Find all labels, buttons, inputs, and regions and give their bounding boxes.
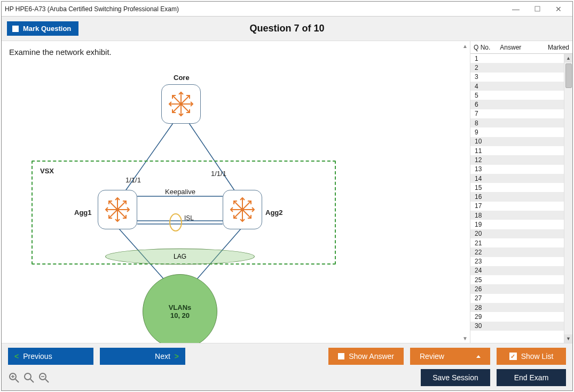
question-counter: Question 7 of 10	[2, 23, 572, 34]
svg-line-33	[234, 210, 242, 218]
checkbox-checked-icon: ✓	[509, 353, 517, 360]
svg-line-32	[242, 201, 251, 210]
close-button[interactable]: ✕	[548, 2, 569, 16]
review-dropdown[interactable]: Review	[410, 348, 490, 365]
svg-line-14	[181, 95, 190, 104]
question-row[interactable]: 7	[470, 109, 572, 118]
previous-label: Previous	[23, 352, 52, 361]
question-row[interactable]: 29	[470, 312, 572, 321]
question-row[interactable]: 3	[470, 73, 572, 82]
question-list-scrollbar[interactable]: ▲ ▼	[564, 54, 572, 343]
question-row[interactable]: 16	[470, 192, 572, 201]
question-row[interactable]: 5	[470, 91, 572, 100]
question-row[interactable]: 8	[470, 118, 572, 127]
agg2-label: Agg2	[265, 209, 283, 217]
question-list-header: Q No. Answer Marked	[470, 41, 572, 54]
isl-label: ISL	[184, 214, 194, 222]
svg-line-13	[172, 95, 181, 104]
svg-rect-0	[535, 6, 540, 11]
question-row[interactable]: 14	[470, 174, 572, 183]
checkbox-empty-icon	[12, 26, 19, 32]
network-exhibit: VSX Core	[9, 62, 351, 313]
question-prompt: Examine the network exhibit.	[9, 47, 462, 57]
col-answer: Answer	[500, 44, 521, 51]
end-exam-button[interactable]: End Exam	[497, 369, 566, 386]
scroll-up-icon[interactable]: ▲	[461, 42, 469, 50]
question-row[interactable]: 20	[470, 229, 572, 238]
show-answer-label: Show Answer	[349, 352, 394, 361]
question-list-wrap: 1234567891011121314151617181920212223242…	[470, 54, 572, 343]
footer-row-1: < Previous Next > Show Answer Review ✓ S…	[8, 348, 566, 365]
question-row[interactable]: 4	[470, 82, 572, 91]
question-row[interactable]: 27	[470, 294, 572, 303]
footer: < Previous Next > Show Answer Review ✓ S…	[2, 343, 572, 390]
question-row[interactable]: 22	[470, 247, 572, 257]
app-window: HP HPE6-A73 (Aruba Certified Switching P…	[1, 1, 573, 391]
zoom-out-icon[interactable]	[38, 372, 50, 383]
col-marked: Marked	[548, 44, 569, 51]
vlans-label-2: 10, 20	[170, 311, 190, 319]
question-row[interactable]: 24	[470, 266, 572, 275]
scroll-up-arrow-icon[interactable]: ▲	[564, 54, 572, 62]
window-controls: — ✕	[505, 2, 569, 16]
core-switch-icon	[161, 84, 201, 124]
svg-point-39	[25, 373, 31, 380]
port-left-label: 1/1/1	[125, 176, 141, 184]
svg-line-24	[109, 210, 117, 218]
previous-button[interactable]: < Previous	[8, 348, 93, 365]
triangle-up-icon	[476, 355, 481, 358]
agg2-switch-icon	[223, 190, 262, 229]
title-bar: HP HPE6-A73 (Aruba Certified Switching P…	[2, 2, 572, 17]
question-row[interactable]: 9	[470, 127, 572, 137]
svg-line-16	[181, 104, 190, 113]
main-area: ▲ ▼ Examine the network exhibit.	[2, 41, 572, 343]
question-row[interactable]: 26	[470, 284, 572, 293]
save-session-button[interactable]: Save Session	[421, 369, 490, 386]
question-row[interactable]: 10	[470, 137, 572, 146]
question-row[interactable]: 30	[470, 322, 572, 331]
question-row[interactable]: 11	[470, 146, 572, 155]
agg1-switch-icon	[98, 190, 137, 229]
question-row[interactable]: 17	[470, 202, 572, 211]
vsx-label: VSX	[40, 167, 54, 175]
header-row: Mark Question Question 7 of 10	[2, 17, 572, 41]
question-row[interactable]: 21	[470, 238, 572, 247]
chevron-right-icon: >	[175, 352, 179, 361]
question-row[interactable]: 23	[470, 257, 572, 266]
question-row[interactable]: 15	[470, 183, 572, 192]
end-exam-label: End Exam	[514, 373, 549, 382]
port-right-label: 1/1/1	[211, 170, 226, 178]
checkbox-empty-icon	[338, 353, 344, 359]
question-list[interactable]: 1234567891011121314151617181920212223242…	[470, 54, 572, 343]
zoom-in-icon[interactable]	[8, 372, 20, 383]
question-list-panel: Q No. Answer Marked 12345678910111213141…	[470, 41, 572, 343]
scroll-thumb[interactable]	[565, 63, 572, 88]
question-row[interactable]: 28	[470, 303, 572, 312]
question-row[interactable]: 6	[470, 100, 572, 109]
scroll-down-icon[interactable]: ▼	[461, 334, 469, 342]
next-button[interactable]: Next >	[100, 348, 185, 365]
svg-line-40	[30, 379, 34, 382]
zoom-reset-icon[interactable]	[23, 372, 35, 383]
col-qno: Q No.	[474, 44, 490, 51]
zoom-controls	[8, 372, 50, 383]
show-list-button[interactable]: ✓ Show List	[497, 348, 566, 365]
mark-question-button[interactable]: Mark Question	[7, 21, 78, 36]
show-answer-button[interactable]: Show Answer	[328, 348, 404, 365]
minimize-button[interactable]: —	[505, 2, 526, 16]
maximize-button[interactable]	[526, 2, 548, 16]
question-row[interactable]: 19	[470, 220, 572, 229]
question-row[interactable]: 25	[470, 275, 572, 284]
question-row[interactable]: 13	[470, 165, 572, 174]
question-row[interactable]: 1	[470, 54, 572, 63]
isl-ring-icon	[169, 213, 182, 231]
vlans-circle-icon: VLANs 10, 20	[143, 274, 217, 343]
question-row[interactable]: 2	[470, 63, 572, 72]
question-row[interactable]: 18	[470, 211, 572, 220]
scroll-down-arrow-icon[interactable]: ▼	[564, 334, 572, 343]
save-session-label: Save Session	[433, 373, 478, 382]
chevron-left-icon: <	[14, 352, 19, 361]
question-row[interactable]: 12	[470, 155, 572, 164]
footer-row-2: Save Session End Exam	[8, 369, 566, 386]
vlans-label-1: VLANs	[169, 303, 192, 311]
